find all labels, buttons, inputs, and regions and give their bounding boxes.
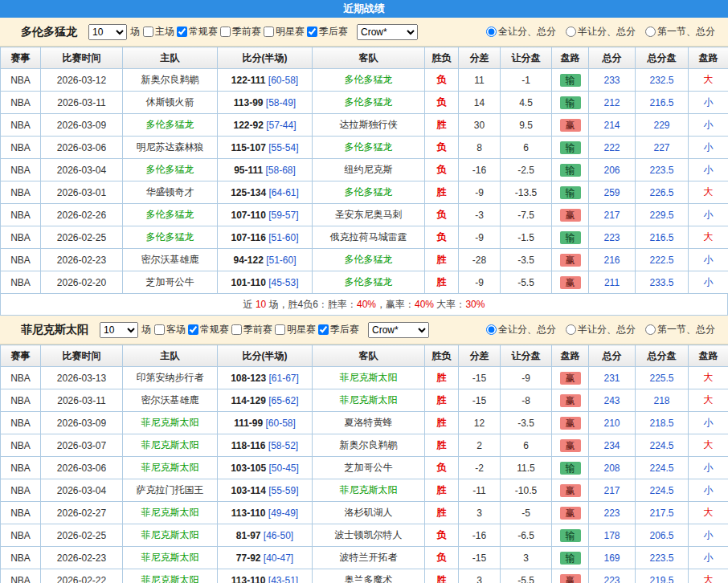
cell-date: 2026-02-22 — [41, 569, 123, 583]
game-row: NBA2026-02-25菲尼克斯太阳81-97 [46-50]波士顿凯尔特人负… — [1, 524, 728, 547]
game-row: NBA2026-02-20芝加哥公牛101-110 [45-53]多伦多猛龙胜-… — [1, 271, 728, 294]
filter-checkbox[interactable] — [188, 324, 198, 335]
cell-result: 负 — [425, 69, 459, 92]
cell-away-team: 洛杉矶湖人 — [313, 502, 425, 524]
cell-handicap-line: 6 — [501, 434, 552, 457]
cell-home-team: 印第安纳步行者 — [123, 367, 218, 389]
cell-over-under: 小 — [689, 547, 728, 569]
half-time-score: [60-58] — [263, 418, 296, 429]
cell-score: 81-97 [46-50] — [218, 524, 313, 547]
filter-checkbox[interactable] — [307, 26, 317, 37]
team-1-games-count-select[interactable]: 10 — [88, 24, 127, 40]
filter-option[interactable]: 明星赛 — [275, 323, 316, 336]
cell-point-diff: 11 — [459, 69, 501, 92]
team-1-results-table: 赛事比赛时间主队比分(半场)客队胜负分差让分盘盘路总分总分盘盘路 NBA2026… — [0, 47, 728, 294]
filter-option[interactable]: 常规赛 — [188, 323, 229, 336]
cell-result: 胜 — [425, 249, 459, 271]
mode-radio[interactable] — [566, 26, 576, 37]
filter-option[interactable]: 季前赛 — [231, 323, 272, 336]
game-row: NBA2026-03-06菲尼克斯太阳103-105 [50-45]芝加哥公牛负… — [1, 457, 728, 479]
cell-handicap-result: 输 — [552, 137, 589, 159]
cell-result: 胜 — [425, 367, 459, 389]
cell-score: 94-122 [51-60] — [218, 249, 313, 271]
half-time-score: [65-62] — [266, 395, 299, 406]
cell-date: 2026-03-13 — [41, 367, 123, 389]
handicap-result-badge: 输 — [560, 231, 581, 244]
half-time-score: [55-59] — [266, 485, 299, 496]
filter-option[interactable]: 主场 — [143, 25, 174, 39]
mode-radio-option[interactable]: 全让分、总分 — [486, 323, 556, 336]
cell-date: 2026-03-11 — [41, 389, 123, 412]
filter-checkbox[interactable] — [264, 26, 274, 37]
header-row: 赛事比赛时间主队比分(半场)客队胜负分差让分盘盘路总分总分盘盘路 — [1, 47, 728, 69]
mode-radio[interactable] — [645, 26, 656, 37]
mode-radio-option[interactable]: 半让分、总分 — [566, 323, 636, 336]
summary-text: 30% — [465, 299, 485, 310]
section-team-2: 菲尼克斯太阳 10 场 客场常规赛季前赛明星赛季后赛 Crow* 全让分、总分半… — [0, 316, 728, 583]
mode-radio[interactable] — [486, 324, 497, 335]
filter-checkbox[interactable] — [154, 324, 165, 335]
half-time-score: [58-52] — [266, 440, 299, 451]
cell-handicap-result: 赢 — [552, 271, 589, 294]
filter-checkbox[interactable] — [231, 324, 242, 335]
cell-total: 206 — [589, 159, 636, 181]
mode-radio-option[interactable]: 第一节、总分 — [645, 323, 715, 336]
handicap-result-badge: 赢 — [560, 439, 581, 452]
cell-handicap-line: -3.5 — [501, 249, 552, 271]
cell-total-line: 222.5 — [636, 249, 689, 271]
game-row: NBA2026-02-26多伦多猛龙107-110 [59-57]圣安东尼奥马刺… — [1, 204, 728, 226]
cell-total: 214 — [589, 114, 636, 137]
filter-option[interactable]: 季后赛 — [307, 25, 348, 39]
cell-handicap-line: -2.5 — [501, 159, 552, 181]
cell-league: NBA — [1, 159, 41, 181]
cell-handicap-line: -1.5 — [501, 226, 552, 249]
mode-radio-option[interactable]: 全让分、总分 — [486, 25, 556, 39]
cell-total: 169 — [589, 547, 636, 569]
team-2-header: 菲尼克斯太阳 10 场 客场常规赛季前赛明星赛季后赛 Crow* 全让分、总分半… — [0, 316, 728, 344]
team-2-games-count-select[interactable]: 10 — [100, 322, 138, 338]
filter-option[interactable]: 季前赛 — [220, 25, 261, 39]
filter-option[interactable]: 季后赛 — [318, 323, 359, 336]
handicap-result-badge: 赢 — [560, 209, 581, 222]
cell-over-under: 小 — [689, 249, 728, 271]
filter-option[interactable]: 客场 — [154, 323, 186, 336]
filter-option[interactable]: 常规赛 — [177, 25, 218, 39]
half-time-score: [58-49] — [264, 97, 297, 108]
mode-radio[interactable] — [566, 324, 576, 335]
full-time-score: 81-97 — [236, 530, 261, 541]
mode-radio-option[interactable]: 半让分、总分 — [566, 25, 636, 39]
half-time-score: [59-57] — [266, 210, 299, 221]
half-time-score: [45-53] — [266, 277, 299, 288]
cell-home-team: 多伦多猛龙 — [123, 159, 218, 181]
filter-checkbox[interactable] — [143, 26, 153, 37]
filter-checkbox[interactable] — [275, 324, 285, 335]
team-2-bookmaker-select[interactable]: Crow* — [368, 322, 429, 338]
cell-away-team: 多伦多猛龙 — [313, 92, 425, 114]
cell-point-diff: -15 — [459, 367, 501, 389]
cell-league: NBA — [1, 69, 41, 92]
cell-home-team: 菲尼克斯太阳 — [123, 412, 218, 434]
cell-league: NBA — [1, 569, 41, 583]
mode-radio-option[interactable]: 第一节、总分 — [645, 25, 715, 39]
cell-away-team: 多伦多猛龙 — [313, 181, 425, 204]
cell-league: NBA — [1, 114, 41, 137]
team-2-mode-radio-group: 全让分、总分半让分、总分第一节、总分 — [486, 323, 715, 336]
filter-option[interactable]: 明星赛 — [264, 25, 305, 39]
half-time-score: [58-68] — [263, 165, 296, 176]
half-time-score: [51-60] — [266, 232, 299, 243]
handicap-result-badge: 赢 — [560, 394, 581, 407]
full-time-score: 113-110 — [231, 575, 266, 583]
cell-away-team: 菲尼克斯太阳 — [313, 389, 425, 412]
filter-checkbox[interactable] — [177, 26, 187, 37]
team-1-bookmaker-select[interactable]: Crow* — [357, 24, 418, 40]
mode-radio[interactable] — [645, 324, 656, 335]
cell-over-under: 大 — [689, 434, 728, 457]
filter-checkbox[interactable] — [318, 324, 329, 335]
column-header: 盘路 — [689, 345, 728, 367]
cell-over-under: 小 — [689, 271, 728, 294]
mode-radio[interactable] — [486, 26, 497, 37]
cell-handicap-result: 输 — [552, 69, 589, 92]
filter-checkbox[interactable] — [220, 26, 231, 37]
cell-date: 2026-02-25 — [41, 524, 123, 547]
cell-point-diff: -2 — [459, 457, 501, 479]
